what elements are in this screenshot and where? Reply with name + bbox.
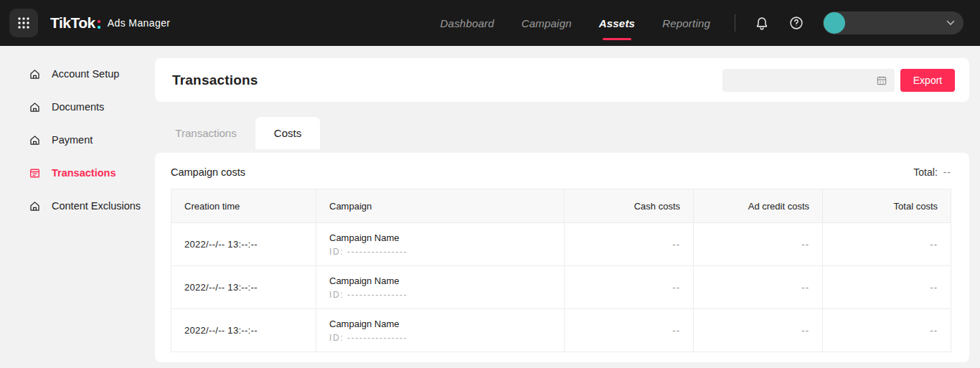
notifications-button[interactable]: [751, 12, 773, 34]
section-title: Campaign costs: [171, 166, 245, 178]
creation-time-cell: 2022/--/-- 13:--:--: [171, 309, 316, 352]
brand-colon-icon: [98, 20, 100, 29]
table-row: 2022/--/-- 13:--:-- Campaign Name ID: --…: [171, 223, 951, 266]
col-campaign: Campaign: [316, 189, 565, 223]
table-row: 2022/--/-- 13:--:-- Campaign Name ID: --…: [171, 309, 951, 352]
sidebar-item-transactions[interactable]: Transactions: [0, 156, 155, 189]
tiktok-ads-manager-logo[interactable]: TikTok Ads Manager: [50, 14, 170, 32]
col-cash-costs: Cash costs: [565, 189, 694, 223]
home-icon: [29, 101, 41, 113]
cash-costs-cell: --: [565, 223, 694, 266]
account-dropdown[interactable]: [823, 11, 963, 34]
home-icon: [29, 68, 41, 80]
topbar-divider: [735, 14, 735, 32]
sidebar-item-content-exclusions[interactable]: Content Exclusions: [0, 189, 155, 222]
tab-bar: Transactions Costs: [155, 117, 969, 149]
table-row: 2022/--/-- 13:--:-- Campaign Name ID: --…: [171, 266, 951, 309]
total-summary: Total: --: [913, 166, 951, 178]
main-content: Transactions Export Transactions: [155, 46, 980, 368]
sidebar-item-label: Content Exclusions: [52, 200, 141, 212]
home-icon: [29, 200, 41, 212]
campaign-cell: Campaign Name ID: ---------------: [316, 266, 565, 309]
sidebar-item-label: Payment: [52, 134, 93, 146]
col-total-costs: Total costs: [823, 189, 951, 223]
ad-credit-costs-cell: --: [694, 309, 823, 352]
topbar: TikTok Ads Manager Dashboard Campaign As…: [0, 0, 980, 46]
total-value: --: [943, 166, 951, 178]
col-ad-credit-costs: Ad credit costs: [694, 189, 823, 223]
costs-panel: Campaign costs Total: -- Creation time C…: [155, 153, 969, 362]
receipt-icon: [29, 167, 41, 179]
total-costs-cell: --: [823, 309, 951, 352]
export-button[interactable]: Export: [900, 69, 955, 92]
sidebar-item-label: Transactions: [52, 167, 116, 179]
sidebar-item-account-setup[interactable]: Account Setup: [0, 57, 155, 90]
table-header-row: Creation time Campaign Cash costs Ad cre…: [171, 189, 951, 223]
sidebar-item-label: Account Setup: [52, 68, 119, 80]
tab-costs[interactable]: Costs: [255, 117, 320, 149]
total-costs-cell: --: [823, 266, 951, 309]
campaign-cell: Campaign Name ID: ---------------: [316, 309, 565, 352]
total-label: Total:: [913, 166, 937, 178]
sidebar: Account Setup Documents Payment Transact…: [0, 46, 155, 368]
account-avatar: [824, 12, 845, 34]
campaign-id: ID: ---------------: [329, 333, 551, 343]
sidebar-item-label: Documents: [52, 101, 104, 113]
campaign-name: Campaign Name: [329, 232, 551, 243]
cash-costs-cell: --: [565, 266, 694, 309]
nav-dashboard[interactable]: Dashboard: [439, 13, 496, 34]
help-button[interactable]: [786, 12, 807, 34]
campaign-id: ID: ---------------: [329, 247, 551, 257]
campaign-cell: Campaign Name ID: ---------------: [316, 223, 565, 266]
product-name: Ads Manager: [108, 17, 171, 29]
page-title: Transactions: [172, 72, 258, 88]
brand-wordmark: TikTok: [50, 14, 95, 32]
sidebar-item-documents[interactable]: Documents: [0, 90, 155, 123]
campaign-name: Campaign Name: [329, 275, 551, 286]
date-range-input[interactable]: [722, 69, 895, 92]
sidebar-item-payment[interactable]: Payment: [0, 123, 155, 156]
campaign-id: ID: ---------------: [329, 290, 551, 300]
bell-icon: [754, 15, 770, 31]
ad-credit-costs-cell: --: [694, 223, 823, 266]
app-grid-button[interactable]: [9, 9, 38, 37]
cash-costs-cell: --: [565, 309, 694, 352]
creation-time-cell: 2022/--/-- 13:--:--: [171, 223, 316, 266]
nav-campaign[interactable]: Campaign: [520, 13, 573, 34]
campaign-costs-table: Creation time Campaign Cash costs Ad cre…: [171, 189, 951, 352]
calendar-icon: [876, 75, 887, 86]
grid-icon: [17, 16, 30, 29]
total-costs-cell: --: [823, 223, 951, 266]
home-icon: [29, 134, 41, 146]
chevron-down-icon: [946, 20, 955, 26]
ad-credit-costs-cell: --: [694, 266, 823, 309]
campaign-name: Campaign Name: [329, 319, 551, 329]
nav-reporting[interactable]: Reporting: [661, 13, 712, 34]
nav-assets[interactable]: Assets: [598, 13, 636, 34]
creation-time-cell: 2022/--/-- 13:--:--: [171, 266, 316, 309]
col-creation-time: Creation time: [171, 189, 316, 223]
top-navigation: Dashboard Campaign Assets Reporting: [439, 13, 712, 34]
help-icon: [788, 15, 804, 31]
tab-transactions[interactable]: Transactions: [171, 117, 255, 149]
page-header: Transactions Export: [155, 58, 969, 102]
